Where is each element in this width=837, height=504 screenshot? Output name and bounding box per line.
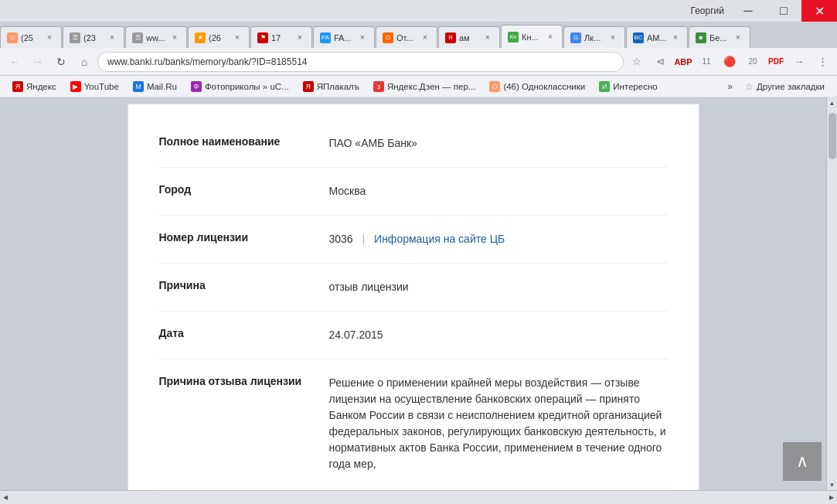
info-label-4: Дата <box>159 327 329 343</box>
tab-t8[interactable]: Яам× <box>438 26 500 48</box>
abp-icon[interactable]: ABP <box>673 52 693 72</box>
back-button[interactable]: ← <box>5 52 25 72</box>
bookmark-bk6[interactable]: зЯндекс.Дзен — пер... <box>367 78 481 95</box>
tab-t1[interactable]: О(25× <box>0 26 62 48</box>
maximize-button[interactable]: □ <box>766 0 801 22</box>
tab-favicon-t2: ☰ <box>70 32 80 43</box>
tab-t2[interactable]: ☰(23× <box>63 26 124 48</box>
tab-t9[interactable]: КнКн...× <box>501 25 563 48</box>
ext-icon2[interactable]: 🔴 <box>720 52 740 72</box>
bookmark-favicon-bk4: Ф <box>191 81 202 92</box>
tab-close-t5[interactable]: × <box>294 32 305 43</box>
bookmark-bk7[interactable]: О(46) Одноклассники <box>483 78 591 95</box>
info-value-2[interactable]: 3036 | Информация на сайте ЦБ <box>329 231 668 247</box>
share-icon[interactable]: ⊲ <box>650 52 670 72</box>
tab-title-t3: ww... <box>146 33 166 43</box>
tab-favicon-t3: ☰ <box>132 32 143 43</box>
addressbar: ← → ↻ ⌂ ☆ ⊲ ABP 11 🔴 20 PDF → ⋮ <box>0 48 837 76</box>
reload-button[interactable]: ↻ <box>51 52 71 72</box>
tab-t11[interactable]: BCАМ...× <box>626 26 688 48</box>
tab-close-t8[interactable]: × <box>482 32 493 43</box>
scrollbar-thumb[interactable] <box>828 113 836 159</box>
tab-favicon-t12: ■ <box>696 32 706 43</box>
info-value-3: отзыв лицензии <box>329 279 668 295</box>
info-separator: | <box>359 233 368 245</box>
tab-favicon-t9: Кн <box>508 32 519 43</box>
bookmark-favicon-bk8: И <box>599 81 610 92</box>
bookmark-bk5[interactable]: ЯЯПлакалъ <box>297 78 366 95</box>
tab-t6[interactable]: FAFA...× <box>313 26 375 48</box>
tab-favicon-t5: ⚑ <box>257 32 268 43</box>
bookmark-star-icon[interactable]: ☆ <box>627 52 647 72</box>
tab-t5[interactable]: ⚑17× <box>250 26 312 48</box>
scrollbar-track[interactable] <box>827 108 837 479</box>
scroll-right-button[interactable]: ▶ <box>826 491 837 505</box>
more-menu-button[interactable]: ⋮ <box>812 52 832 72</box>
bookmarks-other-button[interactable]: ☆Другие закладки <box>739 78 831 95</box>
tab-t4[interactable]: ★(26× <box>188 26 250 48</box>
info-row-3: Причинаотзыв лицензии <box>159 264 668 312</box>
ext-icon3[interactable]: 20 <box>743 52 763 72</box>
page-area: Полное наименованиеПАО «АМБ Банк»ГородМо… <box>0 97 837 490</box>
info-row-0: Полное наименованиеПАО «АМБ Банк» <box>159 120 668 168</box>
bookmarks-other-icon: ☆ <box>745 81 754 92</box>
bookmark-bk8[interactable]: ИИнтересно <box>593 78 663 95</box>
tab-title-t5: 17 <box>271 33 291 43</box>
bookmarks-other-label: Другие закладки <box>757 82 825 91</box>
tab-close-t10[interactable]: × <box>607 32 618 43</box>
address-input[interactable] <box>97 52 624 72</box>
tab-title-t4: (26 <box>209 33 229 43</box>
pdf-icon[interactable]: PDF <box>766 52 786 72</box>
bookmark-label-bk6: Яндекс.Дзен — пер... <box>387 82 475 91</box>
tab-t10[interactable]: GЛк...× <box>563 26 625 48</box>
info-value-4: 24.07.2015 <box>329 327 668 343</box>
bookmark-bk4[interactable]: ФФотоприколы » uC... <box>185 78 295 95</box>
bookmark-bk2[interactable]: ▶YouTube <box>64 78 125 95</box>
forward-button[interactable]: → <box>28 52 48 72</box>
tab-close-t7[interactable]: × <box>420 32 430 43</box>
tab-close-t4[interactable]: × <box>232 32 243 43</box>
tab-t12[interactable]: ■Бе...× <box>689 26 750 48</box>
tab-close-t3[interactable]: × <box>169 32 180 43</box>
ext-icon1[interactable]: 11 <box>696 52 716 72</box>
tab-t7[interactable]: ООт...× <box>376 26 437 48</box>
tab-close-t11[interactable]: × <box>670 32 681 43</box>
info-row-4: Дата24.07.2015 <box>159 312 668 359</box>
scroll-to-top-button[interactable]: ∧ <box>783 442 822 481</box>
bookmark-favicon-bk1: Я <box>12 81 23 92</box>
bookmark-label-bk3: Mail.Ru <box>147 82 177 91</box>
bookmarks-more-button[interactable]: » <box>723 81 737 92</box>
bookmark-bk1[interactable]: ЯЯндекс <box>6 78 63 95</box>
tab-close-t12[interactable]: × <box>733 32 743 43</box>
tab-favicon-t8: Я <box>445 32 456 43</box>
tab-title-t8: ам <box>459 33 479 43</box>
h-scroll-track[interactable] <box>11 491 826 504</box>
bottom-scrollbar: ◀ ▶ <box>0 490 837 504</box>
bookmark-favicon-bk7: О <box>489 81 500 92</box>
close-button[interactable]: ✕ <box>801 0 837 22</box>
tab-title-t6: FA... <box>334 33 354 43</box>
info-value-0: ПАО «АМБ Банк» <box>329 135 668 152</box>
bookmark-bk3[interactable]: MMail.Ru <box>127 78 183 95</box>
scroll-left-button[interactable]: ◀ <box>0 491 11 505</box>
minimize-button[interactable]: ─ <box>730 0 766 22</box>
tab-close-t6[interactable]: × <box>357 32 368 43</box>
scroll-up-button[interactable]: ▲ <box>827 97 838 108</box>
info-label-0: Полное наименование <box>159 135 329 152</box>
info-value-1: Москва <box>329 183 668 199</box>
content-card: Полное наименованиеПАО «АМБ Банк»ГородМо… <box>128 104 699 490</box>
home-button[interactable]: ⌂ <box>74 52 94 72</box>
tab-close-t9[interactable]: × <box>545 32 556 43</box>
tab-favicon-t1: О <box>7 32 18 43</box>
info-row-5: Причина отзыва лицензииРешение о примене… <box>159 359 668 489</box>
bookmark-favicon-bk3: M <box>133 81 144 92</box>
tab-t3[interactable]: ☰ww...× <box>125 26 187 48</box>
scroll-down-button[interactable]: ▼ <box>827 479 838 490</box>
bookmark-label-bk4: Фотоприколы » uC... <box>205 82 289 91</box>
tab-close-t2[interactable]: × <box>107 32 117 43</box>
bookmark-favicon-bk2: ▶ <box>70 81 81 92</box>
tab-favicon-t6: FA <box>320 32 331 43</box>
forward2-button[interactable]: → <box>789 52 809 72</box>
info-cb-link[interactable]: Информация на сайте ЦБ <box>374 233 505 245</box>
tab-close-t1[interactable]: × <box>44 32 55 43</box>
